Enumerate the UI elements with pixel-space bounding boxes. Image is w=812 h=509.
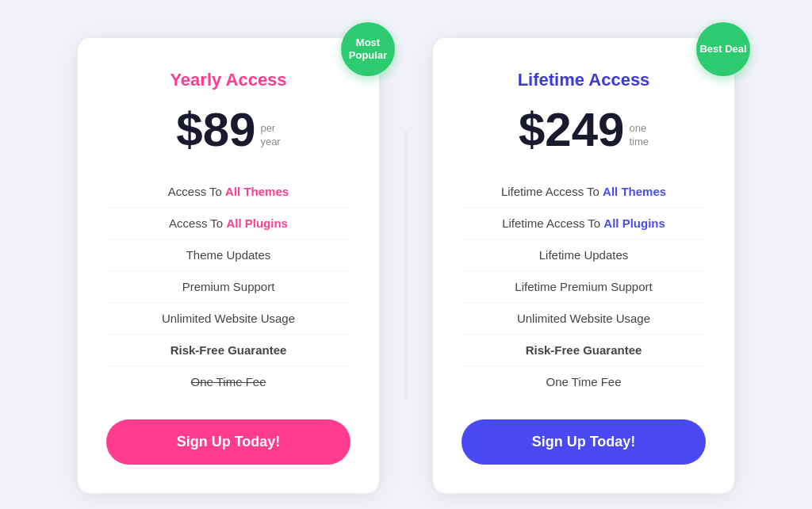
list-item: Lifetime Premium Support bbox=[462, 271, 706, 303]
highlight-text: All Themes bbox=[225, 185, 289, 198]
features-list-lifetime: Lifetime Access To All ThemesLifetime Ac… bbox=[462, 176, 706, 397]
price-period-yearly: peryear bbox=[260, 122, 280, 149]
badge-lifetime: Best Deal bbox=[696, 22, 750, 76]
highlight-text: All Plugins bbox=[603, 216, 665, 230]
signup-button-lifetime[interactable]: Sign Up Today! bbox=[462, 419, 706, 465]
features-list-yearly: Access To All ThemesAccess To All Plugin… bbox=[106, 176, 350, 397]
price-row-lifetime: $249onetime bbox=[462, 106, 706, 154]
highlight-text: All Themes bbox=[603, 185, 666, 198]
highlight-text: All Plugins bbox=[226, 216, 288, 230]
list-item: Risk-Free Guarantee bbox=[106, 335, 350, 366]
pricing-container: Most PopularYearly Access$89peryearAcces… bbox=[0, 0, 812, 509]
signup-button-yearly[interactable]: Sign Up Today! bbox=[106, 419, 350, 465]
price-amount-yearly: $89 bbox=[176, 106, 255, 154]
price-period-lifetime: onetime bbox=[629, 122, 649, 149]
pricing-card-lifetime: Best DealLifetime Access$249onetimeLifet… bbox=[433, 38, 734, 493]
divider bbox=[404, 131, 408, 400]
list-item: Access To All Themes bbox=[106, 176, 350, 208]
list-item: Lifetime Updates bbox=[462, 239, 706, 271]
list-item: Lifetime Access To All Themes bbox=[462, 176, 706, 208]
plan-title-yearly: Yearly Access bbox=[106, 70, 350, 90]
list-item: Lifetime Access To All Plugins bbox=[462, 208, 706, 239]
badge-yearly: Most Popular bbox=[341, 22, 395, 76]
list-item: Theme Updates bbox=[106, 239, 350, 271]
price-amount-lifetime: $249 bbox=[519, 106, 624, 154]
list-item: One Time Fee bbox=[462, 366, 706, 397]
list-item: One Time Fee bbox=[106, 366, 350, 397]
list-item: Risk-Free Guarantee bbox=[462, 335, 706, 366]
pricing-card-yearly: Most PopularYearly Access$89peryearAcces… bbox=[78, 38, 379, 493]
list-item: Unlimited Website Usage bbox=[462, 303, 706, 335]
price-row-yearly: $89peryear bbox=[106, 106, 350, 154]
list-item: Unlimited Website Usage bbox=[106, 303, 350, 335]
plan-title-lifetime: Lifetime Access bbox=[462, 70, 706, 90]
list-item: Premium Support bbox=[106, 271, 350, 303]
list-item: Access To All Plugins bbox=[106, 208, 350, 239]
